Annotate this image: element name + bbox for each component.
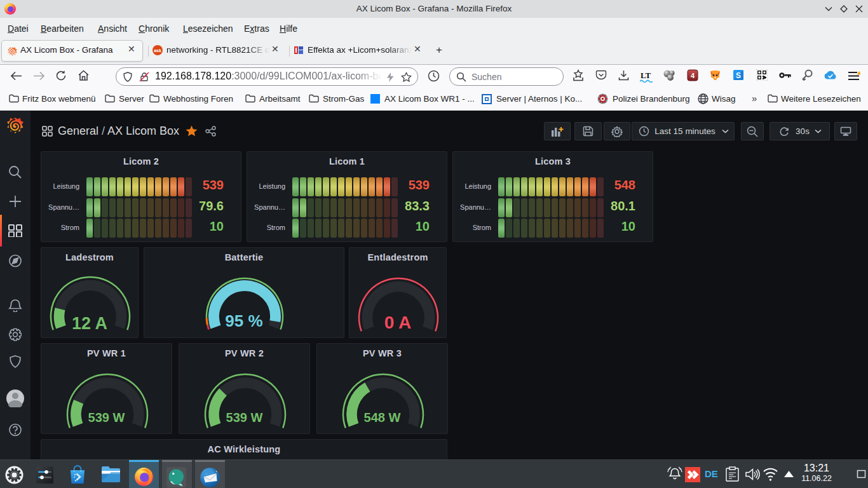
svg-text:4: 4 — [691, 72, 695, 79]
svg-text:ask: ask — [154, 48, 161, 53]
svg-text:S: S — [736, 71, 741, 80]
